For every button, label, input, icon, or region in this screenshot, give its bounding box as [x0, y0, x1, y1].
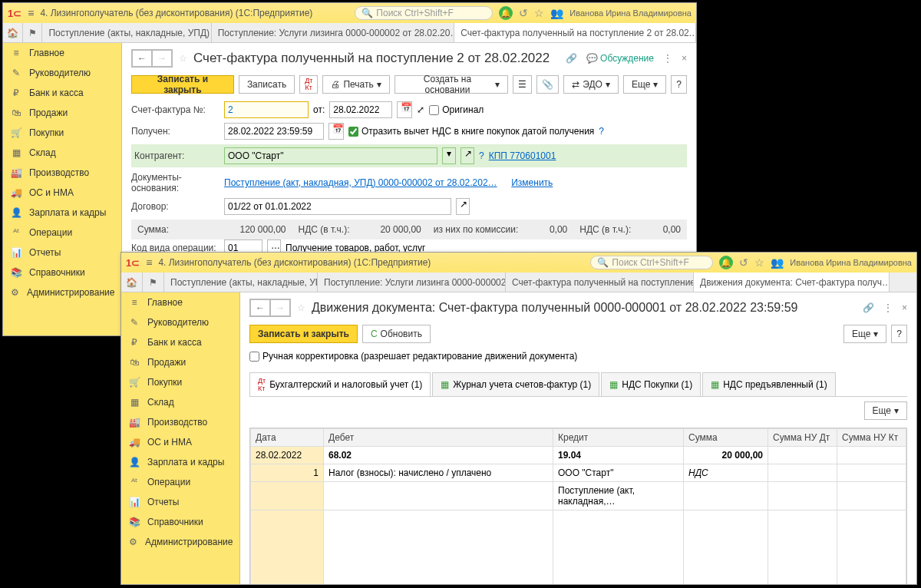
sidebar-item[interactable]: 📚Справочники — [121, 512, 239, 532]
help-icon[interactable]: ? — [599, 126, 604, 137]
history-icon[interactable]: ↺ — [739, 256, 748, 269]
calendar-icon[interactable]: 📅 — [328, 123, 344, 140]
subtab[interactable]: ДтКтБухгалтерский и налоговый учет (1) — [249, 372, 431, 396]
sidebar-item[interactable]: 🚚ОС и НМА — [3, 183, 121, 203]
tab[interactable]: Поступление: Услуги лизинга 0000-000002 … — [212, 23, 454, 42]
home-icon[interactable]: 🏠 — [3, 23, 23, 42]
tab[interactable]: Поступление: Услуги лизинга 0000-000002…… — [318, 273, 506, 292]
sidebar-item[interactable]: ₽Банк и касса — [3, 83, 121, 103]
table-row[interactable]: 1 Налог (взносы): начислено / уплачено О… — [251, 464, 906, 482]
attach-button[interactable]: 📎 — [536, 75, 559, 94]
link-icon[interactable]: 🔗 — [863, 302, 874, 313]
sidebar-item[interactable]: ✎Руководителю — [3, 63, 121, 83]
open-icon[interactable]: ↗ — [460, 147, 474, 164]
basis-link[interactable]: Поступление (акт, накладная, УПД) 0000-0… — [224, 177, 497, 188]
sidebar-item[interactable]: 🛍Продажи — [3, 103, 121, 123]
pin-icon[interactable]: ⚑ — [143, 273, 164, 292]
table-row[interactable]: Поступление (акт, накладная,… — [251, 482, 906, 510]
sidebar-item[interactable]: ᴬᵗОперации — [121, 472, 239, 492]
original-checkbox[interactable]: Оригинал — [429, 104, 484, 115]
refresh-button[interactable]: С Обновить — [362, 325, 431, 343]
bell-icon[interactable]: 🔔 — [499, 6, 513, 20]
sidebar-item[interactable]: 📊Отчеты — [3, 243, 121, 263]
col-header[interactable]: Кредит — [553, 429, 684, 447]
received-input[interactable] — [224, 123, 324, 140]
close-icon[interactable]: × — [682, 53, 687, 64]
discuss-link[interactable]: 💬 Обсуждение — [586, 53, 654, 64]
sidebar-item[interactable]: ≡Главное — [3, 43, 121, 63]
search-input[interactable]: 🔍Поиск Ctrl+Shift+F — [590, 256, 713, 269]
link-icon[interactable]: 🔗 — [566, 53, 577, 64]
manual-checkbox[interactable]: Ручная корректировка (разрешает редактир… — [249, 351, 577, 362]
menu-icon[interactable]: ≡ — [28, 7, 34, 19]
more-icon[interactable]: ⋮ — [883, 302, 893, 313]
sidebar-item[interactable]: ⚙Администрирование — [3, 282, 121, 302]
sidebar-item[interactable]: ≡Главное — [121, 292, 239, 312]
open-icon[interactable]: ↗ — [456, 198, 470, 215]
sidebar-item[interactable]: ᴬᵗОперации — [3, 223, 121, 243]
forward-button[interactable]: → — [152, 50, 172, 67]
more-button[interactable]: Еще ▾ — [623, 75, 666, 94]
help-button[interactable]: ? — [891, 325, 907, 343]
tab[interactable]: Движения документа: Счет-фактура получ…× — [694, 273, 890, 292]
star-icon[interactable]: ☆ — [534, 7, 544, 19]
sidebar-item[interactable]: 👤Зарплата и кадры — [3, 203, 121, 223]
grid-more-button[interactable]: Еще ▾ — [864, 401, 907, 420]
sidebar-item[interactable]: 🛒Покупки — [3, 123, 121, 143]
sidebar-item[interactable]: 📊Отчеты — [121, 492, 239, 512]
change-link[interactable]: Изменить — [511, 177, 553, 188]
sidebar-item[interactable]: ▦Склад — [3, 143, 121, 163]
sidebar-item[interactable]: 🏭Производство — [121, 412, 239, 432]
search-input[interactable]: 🔍Поиск Ctrl+Shift+F — [355, 6, 493, 20]
calendar-icon[interactable]: 📅 — [397, 101, 412, 118]
sidebar-item[interactable]: 👤Зарплата и кадры — [121, 452, 239, 472]
subtab[interactable]: ▦Журнал учета счетов-фактур (1) — [432, 372, 599, 396]
sidebar-item[interactable]: 🛒Покупки — [121, 372, 239, 392]
related-button[interactable]: ☰ — [513, 75, 532, 94]
back-button[interactable]: ← — [132, 50, 152, 67]
save-button[interactable]: Записать — [239, 75, 295, 94]
tab[interactable]: Поступление (акты, накладные, УПД)× — [164, 273, 318, 292]
tab[interactable]: Счет-фактура полученный на поступление…× — [506, 273, 694, 292]
menu-icon[interactable]: ≡ — [146, 256, 152, 269]
star-icon[interactable]: ☆ — [297, 302, 305, 313]
save-close-button[interactable]: Записать и закрыть — [131, 75, 234, 94]
star-icon[interactable]: ☆ — [754, 256, 764, 269]
pin-icon[interactable]: ⚑ — [23, 23, 43, 42]
edo-button[interactable]: ⇄ ЭДО ▾ — [563, 75, 619, 94]
kpp-link[interactable]: КПП 770601001 — [489, 150, 556, 161]
sidebar-item[interactable]: ▦Склад — [121, 392, 239, 412]
save-close-button[interactable]: Записать и закрыть — [249, 325, 358, 343]
sidebar-item[interactable]: 📚Справочники — [3, 263, 121, 282]
reflect-checkbox[interactable]: Отразить вычет НДС в книге покупок датой… — [348, 126, 594, 137]
help-icon[interactable]: ? — [479, 150, 484, 161]
close-icon[interactable]: × — [902, 302, 907, 313]
more-icon[interactable]: ⋮ — [663, 53, 672, 64]
col-header[interactable]: Дебет — [324, 429, 553, 447]
counterparty-input[interactable] — [224, 147, 437, 164]
col-header[interactable]: Дата — [251, 429, 324, 447]
sidebar-item[interactable]: 🏭Производство — [3, 163, 121, 183]
sf-num-input[interactable] — [224, 101, 309, 118]
contract-input[interactable] — [224, 198, 451, 215]
star-icon[interactable]: ☆ — [179, 53, 187, 64]
history-icon[interactable]: ↺ — [519, 7, 528, 19]
back-button[interactable]: ← — [250, 299, 270, 316]
create-on-button[interactable]: Создать на основании ▾ — [394, 75, 509, 94]
help-button[interactable]: ? — [671, 75, 687, 94]
tab[interactable]: Поступление (акты, накладные, УПД)× — [42, 23, 211, 42]
print-button[interactable]: 🖨 Печать ▾ — [322, 75, 389, 94]
col-header[interactable]: Сумма НУ Дт — [768, 429, 837, 447]
date-input[interactable] — [329, 101, 392, 118]
sidebar-item[interactable]: 🚚ОС и НМА — [121, 432, 239, 452]
forward-button[interactable]: → — [270, 299, 290, 316]
tab[interactable]: Счет-фактура полученный на поступление 2… — [454, 23, 696, 42]
col-header[interactable]: Сумма НУ Кт — [837, 429, 906, 447]
home-icon[interactable]: 🏠 — [121, 273, 143, 292]
sidebar-item[interactable]: ⚙Администрирование — [121, 532, 239, 552]
dtktbutton[interactable]: ДтКт — [299, 75, 318, 94]
sidebar-item[interactable]: ✎Руководителю — [121, 312, 239, 332]
sidebar-item[interactable]: ₽Банк и касса — [121, 332, 239, 352]
more-button[interactable]: Еще ▾ — [843, 325, 886, 343]
bell-icon[interactable]: 🔔 — [719, 256, 733, 269]
